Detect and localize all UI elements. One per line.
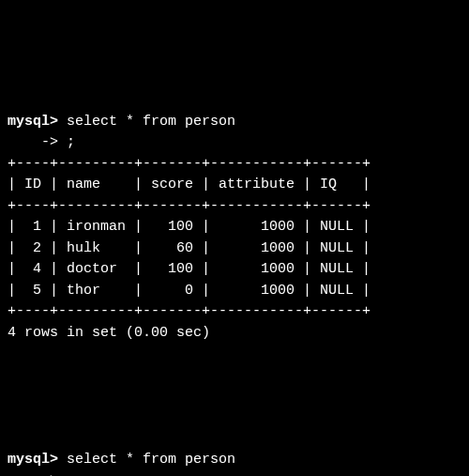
table-border: +----+---------+-------+-----------+----… — [8, 156, 371, 172]
table-row: | 5 | thor | 0 | 1000 | NULL | — [8, 283, 371, 299]
mysql-prompt: mysql> — [8, 114, 67, 130]
sql-query-line: ; — [67, 472, 75, 476]
table-header: | ID | name | score | attribute | IQ | — [8, 177, 371, 192]
result-status: 4 rows in set (0.00 sec) — [8, 325, 210, 341]
sql-query-line: select * from person — [67, 114, 235, 130]
table-row: | 1 | ironman | 100 | 1000 | NULL | — [8, 219, 371, 235]
query-block: mysql> select * from person -> ; +----+-… — [8, 90, 461, 344]
table-border: +----+---------+-------+-----------+----… — [8, 198, 371, 214]
mysql-prompt: mysql> — [8, 452, 67, 468]
table-row: | 4 | doctor | 100 | 1000 | NULL | — [8, 261, 371, 277]
mysql-continuation-prompt: -> — [8, 472, 67, 476]
query-block: mysql> select * from person -> ; +----+-… — [8, 428, 461, 476]
mysql-continuation-prompt: -> — [8, 134, 67, 150]
blank-line — [8, 365, 461, 387]
sql-query-line: ; — [67, 134, 75, 150]
table-border: +----+---------+-------+-----------+----… — [8, 303, 371, 319]
table-row: | 2 | hulk | 60 | 1000 | NULL | — [8, 240, 371, 256]
sql-query-line: select * from person — [67, 452, 235, 468]
